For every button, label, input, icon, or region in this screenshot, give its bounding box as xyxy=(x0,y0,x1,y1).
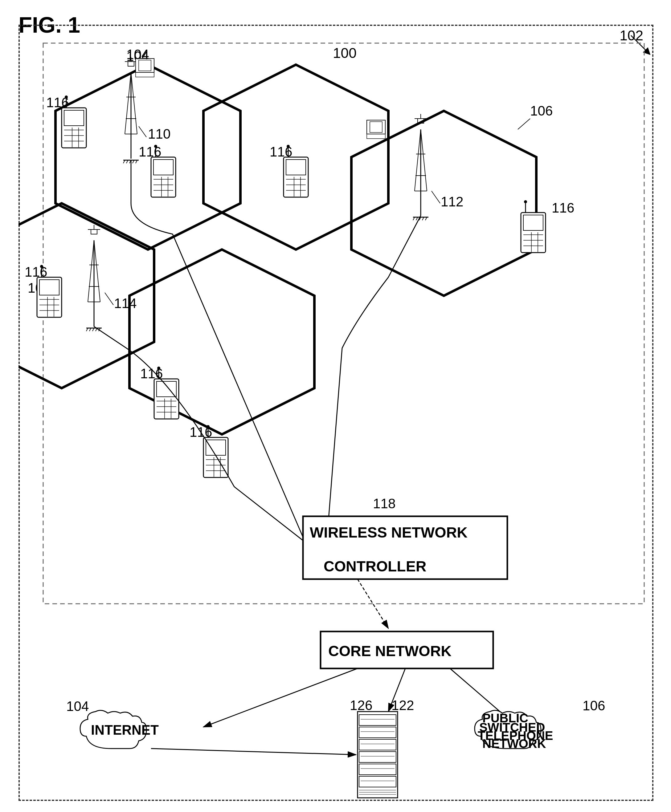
svg-line-151 xyxy=(203,668,358,727)
svg-text:WIRELESS NETWORK: WIRELESS NETWORK xyxy=(310,524,468,540)
svg-line-14 xyxy=(518,119,530,129)
svg-text:112: 112 xyxy=(441,194,463,209)
svg-line-33 xyxy=(139,126,146,137)
svg-text:116: 116 xyxy=(270,144,292,159)
svg-text:116: 116 xyxy=(140,366,163,381)
svg-text:100: 100 xyxy=(333,45,357,61)
svg-rect-90 xyxy=(284,157,308,197)
svg-line-36 xyxy=(421,129,427,191)
svg-rect-138 xyxy=(367,120,385,134)
svg-point-99 xyxy=(524,200,527,203)
svg-text:104: 104 xyxy=(66,699,89,714)
svg-rect-140 xyxy=(367,134,385,139)
svg-text:118: 118 xyxy=(373,496,395,511)
svg-line-67 xyxy=(105,293,113,305)
svg-rect-158 xyxy=(358,712,398,798)
svg-rect-63 xyxy=(91,229,97,234)
svg-text:NETWORK: NETWORK xyxy=(482,737,546,751)
svg-rect-110 xyxy=(37,277,61,317)
svg-text:116: 116 xyxy=(552,200,574,215)
svg-text:126: 126 xyxy=(350,698,372,713)
svg-rect-130 xyxy=(203,437,228,477)
svg-text:114: 114 xyxy=(114,296,136,311)
svg-text:116: 116 xyxy=(46,95,69,110)
svg-rect-70 xyxy=(61,108,86,148)
diagram-svg: 100 104 106 108 xyxy=(19,25,654,812)
svg-line-18 xyxy=(125,72,131,134)
svg-text:110: 110 xyxy=(148,126,170,141)
svg-rect-100 xyxy=(521,212,545,253)
svg-text:CORE NETWORK: CORE NETWORK xyxy=(328,643,451,659)
svg-line-35 xyxy=(415,129,421,191)
svg-line-174 xyxy=(151,749,356,755)
svg-rect-80 xyxy=(151,157,176,197)
svg-rect-143 xyxy=(136,72,154,77)
svg-line-52 xyxy=(88,240,94,302)
svg-text:116: 116 xyxy=(25,264,47,279)
svg-line-50 xyxy=(431,191,440,203)
svg-text:104: 104 xyxy=(126,47,149,62)
svg-text:106: 106 xyxy=(530,103,553,118)
svg-text:116: 116 xyxy=(139,144,161,159)
svg-line-19 xyxy=(131,72,137,134)
svg-text:INTERNET: INTERNET xyxy=(91,722,159,737)
svg-line-53 xyxy=(94,240,100,302)
svg-text:122: 122 xyxy=(392,698,414,713)
svg-rect-9 xyxy=(19,25,654,812)
svg-rect-120 xyxy=(154,379,179,419)
svg-text:CONTROLLER: CONTROLLER xyxy=(324,558,426,574)
svg-text:106: 106 xyxy=(582,698,605,713)
